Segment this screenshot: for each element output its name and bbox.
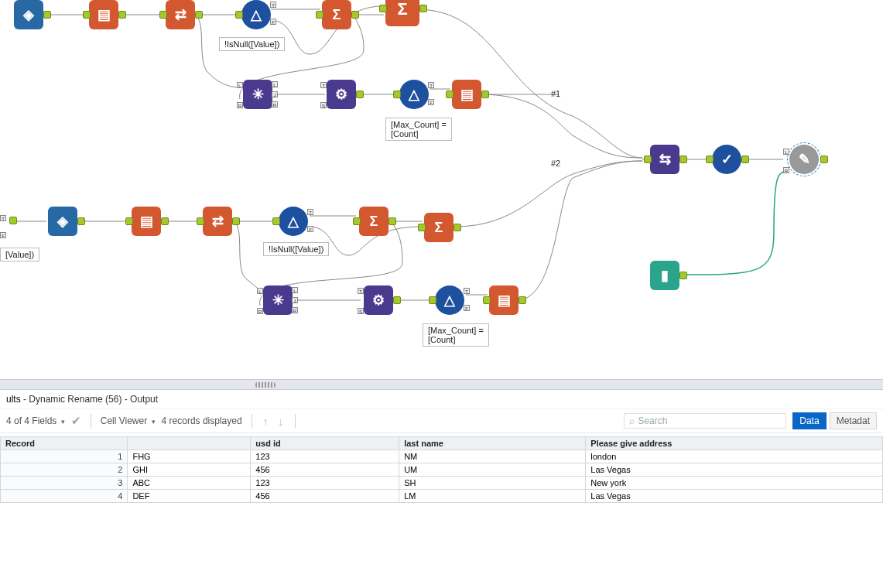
port (679, 272, 687, 279)
table-row[interactable]: 2 GHI 456 UM Las Vegas (1, 463, 883, 477)
cell[interactable]: GHI (128, 463, 251, 477)
left-anchor: L (237, 82, 243, 88)
panel-splitter[interactable] (0, 379, 883, 390)
cell[interactable]: 456 (251, 490, 399, 503)
arrow-up-icon[interactable]: ↑ (262, 415, 271, 428)
macro-input-tool[interactable]: ▮ (650, 261, 679, 290)
dynamic-rename-tool[interactable]: ⇆ (650, 145, 679, 174)
cell[interactable]: SH (399, 477, 586, 490)
col-address[interactable]: Please give address (586, 437, 883, 450)
cell[interactable]: New york (586, 477, 883, 490)
filter-annotation: !IsNull([Value]) (219, 37, 285, 51)
cell[interactable]: Las Vegas (586, 463, 883, 477)
cell-viewer-dropdown[interactable]: Cell Viewer ▾ (101, 415, 156, 426)
port (316, 11, 323, 19)
cell-rownum: 3 (1, 477, 128, 490)
port (679, 156, 687, 163)
cell[interactable]: ABC (128, 477, 251, 490)
separator (252, 414, 252, 428)
summarize-tool[interactable]: Σ (424, 213, 453, 242)
separator (295, 414, 296, 428)
filter-tool[interactable]: △ (279, 207, 308, 236)
table-row[interactable]: 1 FHG 123 NM london (1, 450, 883, 463)
port (393, 91, 401, 98)
results-grid[interactable]: Record usd id last name Please give addr… (0, 436, 883, 503)
join-tool[interactable]: ✳ (263, 285, 293, 315)
input-tool[interactable]: ◈ (48, 207, 77, 236)
summarize-tool[interactable]: Σ (322, 0, 351, 29)
check-icon[interactable]: ✔ (71, 414, 81, 428)
true-anchor: T (464, 288, 470, 294)
fields-dropdown[interactable]: 4 of 4 Fields ▾ (6, 415, 65, 426)
search-placeholder: Search (638, 415, 667, 426)
header-row: Record usd id last name Please give addr… (1, 437, 883, 450)
cell[interactable]: 456 (251, 463, 399, 477)
results-title: ults - Dynamic Rename (56) - Output (0, 390, 883, 409)
port (43, 11, 51, 19)
cell[interactable]: NM (399, 450, 586, 463)
select-tool[interactable]: ▤ (89, 0, 118, 29)
formula-tool[interactable]: ⚙ (327, 80, 356, 109)
col-usd-id[interactable]: usd id (251, 437, 399, 450)
port (644, 156, 652, 163)
filter-annotation-tail: [Value]) (0, 248, 39, 262)
cell[interactable]: FHG (128, 450, 251, 463)
path-label-1: #1 (551, 89, 560, 98)
right-out: R (272, 101, 278, 108)
select-tool[interactable]: ▤ (132, 207, 161, 236)
join-tool[interactable]: ✳ (243, 80, 272, 109)
search-icon: ⌕ (629, 415, 635, 426)
transpose-tool[interactable]: ⇄ (203, 207, 232, 236)
false-anchor: F (428, 99, 434, 105)
s-anchor: S (358, 308, 364, 314)
filter-tool[interactable]: △ (435, 285, 464, 315)
port (351, 11, 359, 19)
cell[interactable]: 123 (251, 477, 399, 490)
port (419, 5, 427, 12)
cell[interactable]: london (586, 450, 883, 463)
col-last-name[interactable]: last name (399, 437, 586, 450)
table-row[interactable]: 4 DEF 456 LM Las Vegas (1, 490, 883, 503)
port (83, 11, 91, 19)
port (118, 11, 126, 19)
col-record[interactable]: Record (1, 437, 128, 450)
false-anchor: F (307, 226, 313, 232)
filter-tool[interactable]: △ (399, 80, 429, 109)
cell[interactable]: LM (399, 490, 586, 503)
unique-tool[interactable]: ✓ (712, 145, 741, 174)
cell[interactable]: 123 (251, 450, 399, 463)
cell-rownum: 2 (1, 463, 128, 477)
filter-tool[interactable]: △ (241, 0, 271, 29)
title-rest: - Dynamic Rename (56) - Output (21, 394, 158, 405)
table-row[interactable]: 3 ABC 123 SH New york (1, 477, 883, 490)
left-anchor: L (783, 149, 789, 155)
workflow-canvas[interactable]: ◈ ▤ ⇄ △ T F !IsNull([Value]) Σ Σ ✳ L R L… (0, 0, 883, 379)
separator (91, 414, 91, 428)
cell[interactable]: DEF (128, 490, 251, 503)
left-out: L (292, 287, 298, 293)
f-anchor: F (0, 232, 6, 238)
filter-annotation: [Max_Count] = [Count] (423, 323, 489, 347)
col-blank[interactable] (128, 437, 251, 450)
port (125, 217, 133, 225)
search-input[interactable]: ⌕ Search (624, 413, 786, 429)
tab-metadata[interactable]: Metadat (830, 412, 877, 429)
formula-tool[interactable]: ⚙ (364, 285, 393, 315)
browse-tool[interactable]: ✎ (789, 145, 819, 174)
transpose-tool[interactable]: ⇄ (166, 0, 195, 29)
results-panel: ults - Dynamic Rename (56) - Output 4 of… (0, 390, 883, 588)
summarize-tool[interactable]: Σ (359, 207, 388, 236)
tab-data[interactable]: Data (792, 412, 826, 429)
select-tool[interactable]: ▤ (452, 80, 481, 109)
port (453, 224, 461, 231)
input-tool[interactable]: ◈ (14, 0, 43, 29)
left-anchor: L (257, 288, 263, 294)
cell[interactable]: UM (399, 463, 586, 477)
summarize-tool-large[interactable]: Σ (385, 0, 419, 26)
cell[interactable]: Las Vegas (586, 490, 883, 503)
right-anchor: R (237, 102, 243, 108)
t-anchor: T (320, 82, 327, 88)
arrow-down-icon[interactable]: ↓ (276, 415, 286, 428)
port (418, 224, 426, 231)
select-tool[interactable]: ▤ (489, 285, 519, 315)
